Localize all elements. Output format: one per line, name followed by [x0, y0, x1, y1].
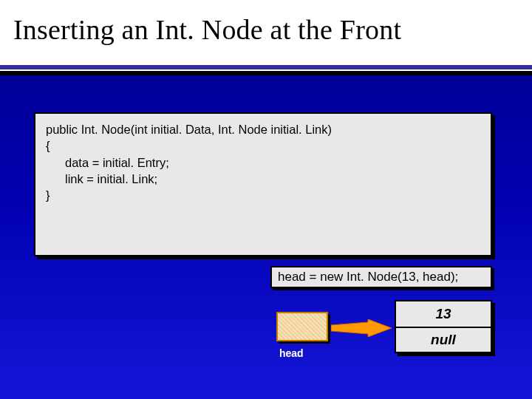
statement-text: head = new Int. Node(13, head);	[278, 270, 458, 284]
node-data-cell: 13	[396, 301, 491, 327]
node-link-cell: null	[396, 327, 491, 352]
svg-marker-0	[331, 319, 392, 337]
divider	[0, 65, 532, 75]
linked-list-node: 13 null	[395, 300, 492, 353]
statement-box: head = new Int. Node(13, head);	[270, 266, 492, 288]
code-line-1: data = initial. Entry;	[46, 154, 482, 171]
code-open-brace: {	[46, 139, 50, 152]
title-bar: Inserting an Int. Node at the Front	[0, 0, 532, 65]
arrow-icon	[331, 319, 392, 337]
code-signature: public Int. Node(int initial. Data, Int.…	[46, 123, 332, 136]
slide-title: Inserting an Int. Node at the Front	[13, 13, 532, 46]
code-block: public Int. Node(int initial. Data, Int.…	[34, 112, 492, 256]
code-close-brace: }	[46, 188, 50, 202]
head-label: head	[279, 347, 304, 359]
head-pointer-box	[276, 312, 328, 341]
code-line-2: link = initial. Link;	[46, 171, 482, 187]
